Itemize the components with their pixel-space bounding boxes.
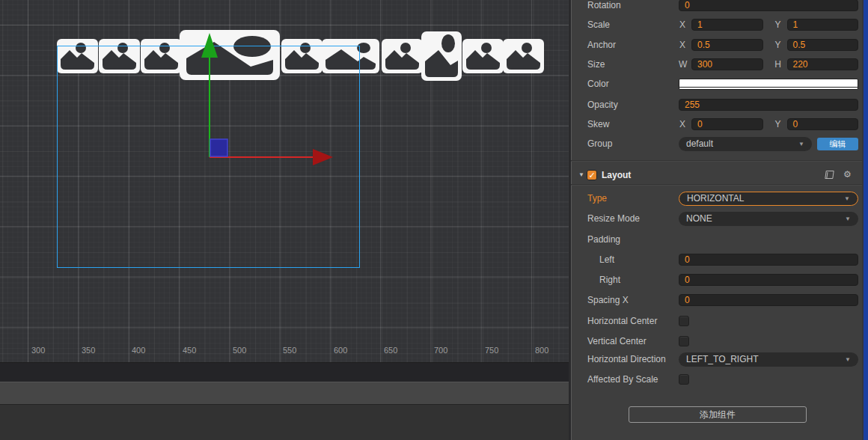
row-padding-left: Left 0: [571, 253, 863, 266]
row-group: Group default ▼ 编辑: [571, 137, 863, 150]
axis-label: Y: [774, 119, 782, 129]
help-doc-icon[interactable]: [825, 171, 834, 179]
field-label: Anchor: [587, 38, 616, 52]
horizontal-direction-dropdown[interactable]: LEFT_TO_RIGHT ▼: [679, 352, 858, 367]
field-label: Left: [599, 253, 614, 266]
resize-mode-value: NONE: [686, 213, 712, 224]
affected-by-scale-checkbox[interactable]: [679, 374, 689, 385]
horizontal-center-checkbox[interactable]: [679, 316, 689, 326]
anchor-y-input[interactable]: 0.5: [787, 39, 859, 51]
field-label: Affected By Scale: [587, 373, 658, 386]
ruler-tick: 750: [485, 346, 498, 355]
bottom-panel-body: [0, 404, 569, 440]
horizontal-direction-value: LEFT_TO_RIGHT: [686, 354, 758, 364]
ruler-tick: 350: [82, 346, 95, 355]
field-label: Resize Mode: [587, 212, 640, 225]
ruler-tick: 700: [434, 346, 447, 355]
row-horizontal-center: Horizontal Center: [571, 314, 863, 328]
gear-icon[interactable]: ⚙: [843, 169, 852, 180]
padding-right-input[interactable]: 0: [679, 274, 858, 286]
add-component-button[interactable]: 添加组件: [629, 406, 807, 423]
type-dropdown-value: HORIZONTAL: [687, 193, 744, 204]
row-size: Size W 300 H 220: [571, 58, 863, 71]
skew-y-input[interactable]: 0: [787, 118, 859, 130]
field-label: Rotation: [587, 0, 621, 12]
bottom-panel-toolbar: ≡: [0, 362, 569, 382]
chevron-down-icon: ▼: [798, 141, 804, 147]
ruler-tick: 550: [283, 346, 296, 355]
layout-enabled-checkbox[interactable]: ✓: [587, 170, 597, 180]
field-label: Padding: [587, 233, 620, 246]
axis-label: X: [679, 119, 686, 129]
size-w-input[interactable]: 300: [691, 58, 763, 70]
type-dropdown[interactable]: HORIZONTAL ▼: [679, 192, 858, 206]
row-padding-right: Right 0: [571, 273, 863, 287]
bottom-panel-header: ▼: [0, 382, 569, 404]
color-swatch[interactable]: [679, 79, 858, 90]
transform-gizmo[interactable]: [0, 0, 569, 362]
group-dropdown[interactable]: default ▼: [679, 137, 812, 151]
axis-label: W: [679, 59, 686, 70]
field-label: Right: [599, 273, 620, 287]
field-label: Horizontal Center: [587, 314, 657, 328]
skew-x-input[interactable]: 0: [691, 118, 763, 130]
row-anchor: Anchor X 0.5 Y 0.5: [571, 38, 863, 52]
row-skew: Skew X 0 Y 0: [571, 117, 863, 131]
opacity-input[interactable]: 255: [679, 99, 858, 111]
field-label: Group: [587, 137, 612, 150]
field-label: Spacing X: [587, 293, 629, 307]
resize-mode-dropdown[interactable]: NONE ▼: [679, 212, 858, 226]
ruler-tick: 500: [233, 346, 246, 355]
field-label: Vertical Center: [587, 334, 647, 348]
group-dropdown-value: default: [686, 138, 713, 149]
row-scale: Scale X 1 Y 1: [571, 18, 863, 31]
ruler-tick: 300: [31, 346, 45, 355]
ruler-tick: 450: [183, 346, 196, 355]
row-horizontal-direction: Horizontal Direction LEFT_TO_RIGHT ▼: [571, 352, 863, 366]
section-divider: [571, 184, 863, 185]
field-label: Type: [587, 192, 607, 205]
axis-label: Y: [774, 19, 782, 30]
field-label: Skew: [587, 117, 609, 131]
scale-x-input[interactable]: 1: [691, 19, 763, 31]
gizmo-y-arrow[interactable]: [201, 33, 218, 58]
ruler-tick: 650: [384, 346, 397, 355]
inspector-scrollbar-track[interactable]: [862, 0, 868, 440]
scene-view[interactable]: 300 350 400 450 500 550 600 650 700 750 …: [0, 0, 569, 362]
field-label: Size: [587, 58, 605, 71]
row-vertical-center: Vertical Center: [571, 334, 863, 348]
row-rotation: Rotation 0: [571, 0, 863, 12]
anchor-x-input[interactable]: 0.5: [691, 39, 763, 51]
inspector-scrollbar[interactable]: [864, 0, 868, 440]
field-label: Opacity: [587, 98, 618, 111]
scale-y-input[interactable]: 1: [787, 19, 859, 31]
axis-label: H: [774, 59, 782, 70]
ruler-tick: 600: [334, 346, 347, 355]
alpha-bar: [679, 87, 858, 88]
row-affected-by-scale: Affected By Scale: [571, 373, 863, 386]
inspector-panel: Rotation 0 Scale X 1 Y 1 Anchor X 0.5 Y …: [569, 0, 868, 440]
rotation-input[interactable]: 0: [679, 0, 858, 11]
vertical-center-checkbox[interactable]: [679, 336, 689, 346]
gizmo-x-arrow[interactable]: [313, 149, 333, 165]
axis-label: X: [679, 40, 686, 50]
layout-component-header[interactable]: ▼ ✓ Layout ⚙: [571, 168, 863, 182]
component-title: Layout: [602, 168, 631, 182]
ruler-tick: 400: [132, 346, 145, 355]
axis-label: X: [679, 19, 686, 30]
spacing-x-input[interactable]: 0: [679, 294, 858, 306]
editor-window: 300 350 400 450 500 550 600 650 700 750 …: [0, 0, 868, 440]
row-opacity: Opacity 255: [571, 98, 863, 111]
axis-label: Y: [774, 40, 782, 50]
collapse-arrow-icon[interactable]: ▼: [578, 171, 584, 178]
padding-left-input[interactable]: 0: [679, 254, 858, 266]
row-layout-type: Type HORIZONTAL ▼: [571, 192, 863, 205]
size-h-input[interactable]: 220: [787, 58, 859, 70]
chevron-down-icon: ▼: [844, 195, 850, 202]
row-padding: Padding: [571, 233, 863, 246]
group-edit-button[interactable]: 编辑: [817, 138, 858, 150]
row-resize-mode: Resize Mode NONE ▼: [571, 212, 863, 225]
field-label: Horizontal Direction: [587, 352, 666, 366]
row-color: Color: [571, 77, 863, 91]
gizmo-center-handle[interactable]: [210, 139, 227, 156]
